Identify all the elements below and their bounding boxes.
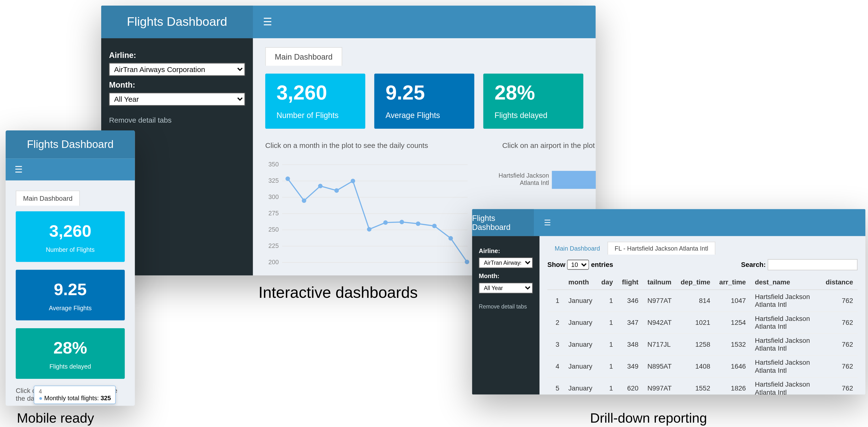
- line-chart-title: Click on a month in the plot to see the …: [265, 141, 473, 150]
- caption-dash: Interactive dashboards: [258, 284, 418, 302]
- card-flights: 3,260Number of Flights: [265, 74, 365, 129]
- col-idx[interactable]: [547, 275, 564, 290]
- svg-text:Hartsfield Jackson: Hartsfield Jackson: [498, 172, 549, 179]
- col-month[interactable]: month: [564, 275, 597, 290]
- svg-point-32: [448, 236, 453, 240]
- drill-tab-detail[interactable]: FL - Hartsfield Jackson Atlanta Intl: [607, 242, 715, 254]
- table-row[interactable]: 5January1620N997AT15521826Hartsfield Jac…: [547, 377, 858, 394]
- caption-drill: Drill-down reporting: [590, 410, 707, 426]
- search-input[interactable]: [768, 259, 858, 270]
- svg-point-28: [383, 220, 388, 225]
- svg-text:200: 200: [268, 258, 279, 266]
- svg-point-33: [465, 260, 469, 264]
- remove-tabs-link[interactable]: Remove detail tabs: [109, 116, 245, 124]
- month-label: Month:: [109, 80, 245, 89]
- drilldown-window: Flights Dashboard ☰ Airline: AirTran Air…: [472, 209, 865, 394]
- bar-atlanta[interactable]: [552, 171, 595, 189]
- caption-mobile: Mobile ready: [17, 410, 94, 426]
- mobile-card-delay: 28%Flights delayed: [16, 328, 125, 379]
- svg-point-27: [367, 227, 371, 232]
- airline-label: Airline:: [109, 51, 245, 60]
- table-row[interactable]: 3January1348N717JL12581532Hartsfield Jac…: [547, 334, 858, 356]
- svg-point-26: [350, 179, 355, 183]
- svg-text:300: 300: [268, 193, 279, 200]
- svg-text:350: 350: [268, 161, 279, 167]
- svg-point-25: [334, 188, 339, 193]
- chart-tooltip: 4 ● Monthly total flights: 325: [34, 386, 116, 404]
- col-tailnum[interactable]: tailnum: [643, 275, 676, 290]
- app-brand: Flights Dashboard: [101, 6, 253, 38]
- mobile-card-flights: 3,260Number of Flights: [16, 211, 125, 262]
- drill-tab-main[interactable]: Main Dashboard: [547, 242, 608, 254]
- mobile-window: Flights Dashboard ☰ Main Dashboard 3,260…: [6, 130, 135, 406]
- bar-chart-title: Click on an airport in the plot to see t…: [496, 141, 595, 150]
- airline-select[interactable]: AirTran Airways Corporation: [109, 63, 245, 76]
- svg-text:Atlanta Intl: Atlanta Intl: [520, 179, 549, 186]
- col-day[interactable]: day: [597, 275, 617, 290]
- table-row[interactable]: 2January1347N942AT10211254Hartsfield Jac…: [547, 312, 858, 334]
- svg-point-22: [285, 176, 290, 181]
- tab-main-dashboard[interactable]: Main Dashboard: [265, 47, 342, 66]
- drill-airline-select[interactable]: AirTran Airways Corporation: [479, 257, 533, 268]
- table-row[interactable]: 4January1349N895AT14081646Hartsfield Jac…: [547, 356, 858, 377]
- mobile-menu-icon[interactable]: ☰: [6, 158, 135, 180]
- svg-text:325: 325: [268, 177, 279, 184]
- mobile-brand: Flights Dashboard: [6, 130, 135, 159]
- col-dep_time[interactable]: dep_time: [676, 275, 715, 290]
- svg-text:250: 250: [268, 226, 279, 233]
- month-select[interactable]: All Year: [109, 93, 245, 105]
- card-delay: 28%Flights delayed: [484, 74, 583, 129]
- menu-toggle-icon[interactable]: ☰: [253, 16, 282, 28]
- table-row[interactable]: 1January1346N977AT8141047Hartsfield Jack…: [547, 290, 858, 312]
- page-size-select[interactable]: 10: [567, 260, 589, 270]
- drill-brand: Flights Dashboard: [472, 209, 534, 236]
- mobile-tab-main[interactable]: Main Dashboard: [16, 190, 80, 206]
- flights-table: monthdayflighttailnumdep_timearr_timedes…: [547, 275, 858, 395]
- drill-month-select[interactable]: All Year: [479, 283, 533, 294]
- svg-point-30: [416, 221, 420, 226]
- line-chart[interactable]: 350 325 300 275 250 225 200 175 0 2 4 6 …: [265, 155, 473, 275]
- drill-menu-icon[interactable]: ☰: [534, 218, 561, 227]
- drill-sidebar: Airline: AirTran Airways Corporation Mon…: [472, 236, 539, 394]
- svg-text:225: 225: [268, 242, 279, 249]
- svg-point-23: [302, 198, 306, 203]
- drill-remove-link[interactable]: Remove detail tabs: [479, 303, 533, 309]
- col-distance[interactable]: distance: [821, 275, 858, 290]
- mobile-card-avg: 9.25Average Flights: [16, 270, 125, 321]
- svg-text:275: 275: [268, 210, 279, 217]
- col-flight[interactable]: flight: [617, 275, 643, 290]
- col-dest_name[interactable]: dest_name: [750, 275, 821, 290]
- svg-point-24: [318, 184, 322, 188]
- svg-text:175: 175: [268, 275, 279, 275]
- svg-point-29: [399, 220, 404, 224]
- svg-point-31: [432, 223, 436, 228]
- card-avg: 9.25Average Flights: [374, 74, 474, 129]
- col-arr_time[interactable]: arr_time: [715, 275, 750, 290]
